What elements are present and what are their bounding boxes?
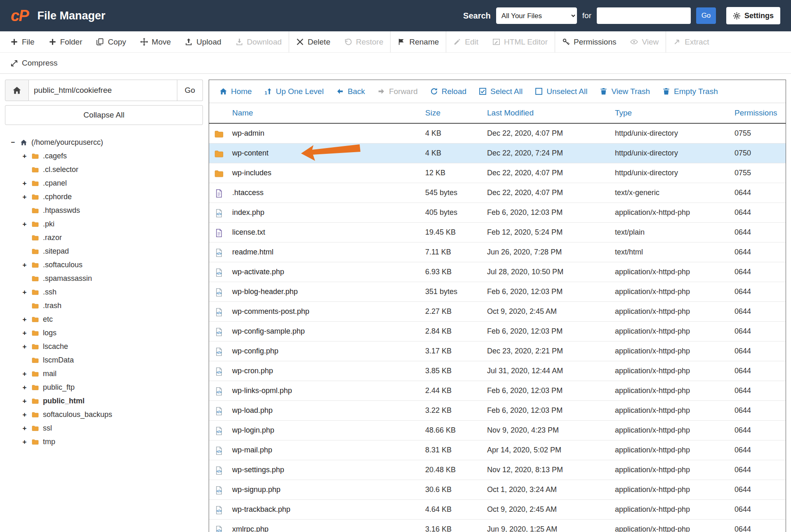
tree-item[interactable]: .spamassassin — [5, 272, 203, 285]
path-input[interactable] — [29, 80, 177, 101]
file-name[interactable]: .htaccess — [228, 183, 421, 203]
expand-toggle[interactable]: + — [21, 384, 28, 392]
search-go-button[interactable]: Go — [696, 7, 716, 24]
table-row[interactable]: wp-settings.php 20.48 KB Nov 12, 2020, 8… — [209, 460, 786, 480]
toolbar-button[interactable]: Compress — [3, 53, 65, 73]
tree-item-label[interactable]: .sitepad — [43, 247, 69, 256]
tree-item[interactable]: + public_html — [5, 394, 203, 408]
tree-item[interactable]: + .cpanel — [5, 177, 203, 190]
tree-item[interactable]: + tmp — [5, 435, 203, 449]
tree-item[interactable]: + .cagefs — [5, 149, 203, 163]
tree-item[interactable]: .sitepad — [5, 245, 203, 258]
tree-item[interactable]: + .cphorde — [5, 190, 203, 204]
expand-toggle[interactable]: + — [21, 343, 28, 351]
file-name[interactable]: wp-config.php — [228, 341, 421, 361]
toolbar-button[interactable]: Rename — [390, 31, 446, 52]
expand-toggle[interactable]: + — [21, 288, 28, 297]
tree-item-label[interactable]: .razor — [43, 233, 62, 242]
tree-item[interactable]: + logs — [5, 326, 203, 340]
tree-item-label[interactable]: .softaculous — [43, 261, 82, 269]
nav-button[interactable]: Unselect All — [529, 87, 593, 96]
tree-item-label[interactable]: public_ftp — [43, 383, 75, 392]
tree-item-label[interactable]: .cagefs — [43, 152, 67, 160]
tree-item-label[interactable]: .cl.selector — [43, 165, 78, 174]
tree-item[interactable]: + etc — [5, 313, 203, 326]
file-name[interactable]: wp-blog-header.php — [228, 282, 421, 302]
file-name[interactable]: xmlrpc.php — [228, 520, 421, 532]
toolbar-button[interactable]: Permissions — [555, 31, 623, 52]
toolbar-button[interactable]: Folder — [42, 31, 89, 52]
file-name[interactable]: wp-links-opml.php — [228, 381, 421, 401]
table-row[interactable]: wp-links-opml.php 2.44 KB Feb 6, 2020, 1… — [209, 381, 786, 401]
file-name[interactable]: wp-signup.php — [228, 480, 421, 500]
tree-item-label[interactable]: etc — [43, 315, 53, 324]
tree-item-label[interactable]: lscache — [43, 342, 68, 351]
col-header-modified[interactable]: Last Modified — [483, 103, 611, 123]
file-name[interactable]: wp-comments-post.php — [228, 302, 421, 322]
nav-button[interactable]: Select All — [473, 87, 529, 96]
file-name[interactable]: wp-config-sample.php — [228, 322, 421, 341]
search-scope-select[interactable]: All Your Files — [496, 7, 577, 24]
tree-item[interactable]: + softaculous_backups — [5, 408, 203, 421]
tree-item-label[interactable]: tmp — [43, 438, 55, 446]
file-name[interactable]: wp-includes — [228, 163, 421, 183]
tree-item[interactable]: + .softaculous — [5, 258, 203, 272]
tree-item-label[interactable]: .cpanel — [43, 179, 67, 188]
toolbar-button[interactable]: Upload — [178, 31, 228, 52]
tree-item-label[interactable]: softaculous_backups — [43, 410, 112, 419]
tree-item[interactable]: + lscache — [5, 340, 203, 353]
table-row[interactable]: wp-content 4 KB Dec 22, 2020, 7:24 PM ht… — [209, 144, 786, 163]
tree-item[interactable]: .trash — [5, 299, 203, 313]
table-row[interactable]: wp-activate.php 6.93 KB Jul 28, 2020, 10… — [209, 262, 786, 282]
file-name[interactable]: wp-trackback.php — [228, 500, 421, 520]
tree-item[interactable]: lscmData — [5, 353, 203, 367]
tree-item-label[interactable]: .cphorde — [43, 193, 72, 201]
file-name[interactable]: index.php — [228, 203, 421, 223]
tree-item-label[interactable]: .ssh — [43, 288, 56, 297]
table-row[interactable]: wp-config-sample.php 2.84 KB Feb 6, 2020… — [209, 322, 786, 341]
tree-item[interactable]: .cl.selector — [5, 163, 203, 177]
settings-button[interactable]: Settings — [726, 7, 780, 24]
toolbar-button[interactable]: Edit — [446, 31, 485, 52]
table-row[interactable]: .htaccess 545 bytes Dec 22, 2020, 4:07 P… — [209, 183, 786, 203]
nav-button[interactable]: View Trash — [593, 87, 656, 96]
tree-item-label[interactable]: ssl — [43, 424, 52, 433]
tree-item-label[interactable]: public_html — [43, 397, 85, 405]
expand-toggle[interactable]: + — [21, 261, 28, 269]
nav-button[interactable]: Back — [330, 87, 371, 96]
tree-item-label[interactable]: .htpasswds — [43, 206, 80, 215]
table-row[interactable]: wp-load.php 3.22 KB Feb 6, 2020, 12:03 P… — [209, 401, 786, 421]
toolbar-button[interactable]: Move — [133, 31, 178, 52]
table-row[interactable]: readme.html 7.11 KB Jun 26, 2020, 7:28 P… — [209, 242, 786, 262]
table-row[interactable]: wp-comments-post.php 2.27 KB Oct 9, 2020… — [209, 302, 786, 322]
file-name[interactable]: wp-activate.php — [228, 262, 421, 282]
table-row[interactable]: wp-blog-header.php 351 bytes Feb 6, 2020… — [209, 282, 786, 302]
nav-button[interactable]: Reload — [424, 87, 473, 96]
file-name[interactable]: readme.html — [228, 242, 421, 262]
tree-item-label[interactable]: .trash — [43, 301, 61, 310]
tree-item-label[interactable]: (/home/yourcpusercc) — [31, 138, 103, 147]
expand-toggle[interactable]: + — [21, 370, 28, 378]
table-row[interactable]: license.txt 19.45 KB Feb 12, 2020, 5:24 … — [209, 223, 786, 242]
tree-item-label[interactable]: .pki — [43, 220, 54, 228]
expand-toggle[interactable]: + — [21, 315, 28, 324]
home-path-button[interactable] — [5, 80, 29, 101]
file-name[interactable]: wp-settings.php — [228, 460, 421, 480]
table-row[interactable]: wp-trackback.php 4.64 KB Oct 9, 2020, 2:… — [209, 500, 786, 520]
expand-toggle[interactable]: + — [21, 152, 28, 160]
col-header-type[interactable]: Type — [611, 103, 730, 123]
tree-item[interactable]: .razor — [5, 231, 203, 245]
table-row[interactable]: wp-cron.php 3.85 KB Jul 31, 2020, 12:44 … — [209, 361, 786, 381]
nav-button[interactable]: Empty Trash — [656, 87, 724, 96]
table-row[interactable]: index.php 405 bytes Feb 6, 2020, 12:03 P… — [209, 203, 786, 223]
expand-toggle[interactable]: + — [21, 193, 28, 201]
toolbar-button[interactable]: Copy — [89, 31, 133, 52]
table-row[interactable]: wp-mail.php 8.31 KB Apr 14, 2020, 5:02 P… — [209, 440, 786, 460]
toolbar-button[interactable]: Restore — [337, 31, 391, 52]
expand-toggle[interactable]: + — [21, 220, 28, 228]
table-row[interactable]: wp-login.php 48.66 KB Nov 9, 2020, 4:23 … — [209, 421, 786, 440]
expand-toggle[interactable]: + — [21, 438, 28, 446]
table-row[interactable]: wp-includes 12 KB Dec 22, 2020, 4:07 PM … — [209, 163, 786, 183]
tree-item-label[interactable]: lscmData — [43, 356, 74, 365]
toolbar-button[interactable]: Download — [228, 31, 289, 52]
